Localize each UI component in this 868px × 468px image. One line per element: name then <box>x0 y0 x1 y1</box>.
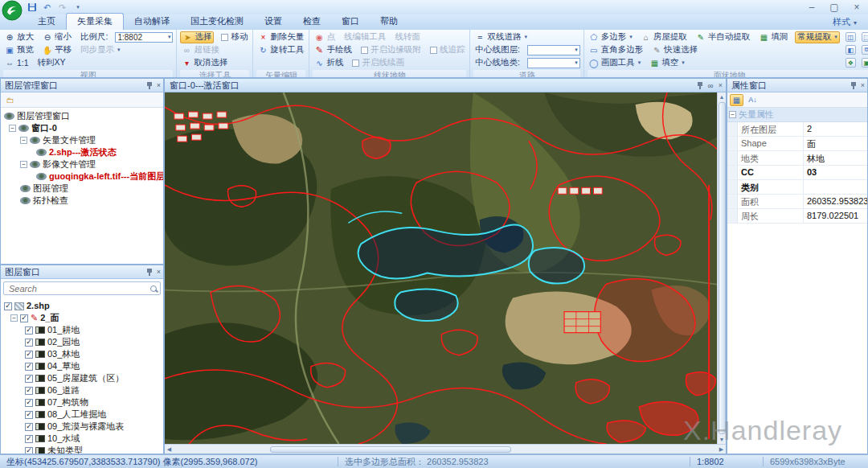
categorized-view-button[interactable]: ▦ <box>730 94 743 106</box>
layer-shp-row[interactable]: ✓2.shp <box>4 300 162 312</box>
property-value[interactable]: 面 <box>804 137 867 150</box>
redo-button[interactable]: ↷ <box>56 2 68 13</box>
tree-node-vector-mgmt[interactable]: −矢量文件管理 <box>4 134 162 146</box>
open-folder-button[interactable]: 🗀 <box>3 94 17 106</box>
collapse-icon[interactable]: − <box>9 125 16 132</box>
tree-node-active-shp[interactable]: 2.shp---激活状态 <box>4 146 162 158</box>
fill-hole-button[interactable]: ▦填洞 <box>757 31 789 43</box>
fill-empty-button[interactable]: ▦填空▾ <box>648 57 686 68</box>
edge-snap-checkbox[interactable]: 开启边缘吸附 <box>359 44 423 55</box>
tree-node-window0[interactable]: −窗口-0 <box>4 122 162 134</box>
property-value[interactable]: 03 <box>804 166 867 179</box>
maximize-button[interactable]: ▢ <box>823 1 845 14</box>
search-input[interactable] <box>7 283 150 294</box>
tab-window[interactable]: 窗口 <box>331 14 370 30</box>
checkbox-checked-icon[interactable]: ✓ <box>25 423 33 431</box>
checkbox-checked-icon[interactable]: ✓ <box>25 447 33 454</box>
layer-item[interactable]: ✓未知类型 <box>4 445 162 454</box>
collapse-icon[interactable]: − <box>10 314 18 322</box>
tab-settings[interactable]: 设置 <box>254 14 293 30</box>
collapse-icon[interactable]: − <box>20 137 27 144</box>
checkbox-checked-icon[interactable]: ✓ <box>25 399 33 407</box>
tree-node-topology[interactable]: 拓扑检查 <box>4 195 162 207</box>
pan-button[interactable]: ✋平移 <box>41 44 73 55</box>
cancel-select-button[interactable]: ▾取消选择 <box>180 57 229 68</box>
layer-item[interactable]: ✓08_人工堆掘地 <box>4 408 162 421</box>
property-section-header[interactable]: − 矢量属性 <box>727 108 867 122</box>
map-canvas[interactable] <box>165 92 717 444</box>
move-checkbox[interactable]: 移动 <box>219 31 249 43</box>
tab-home[interactable]: 主页 <box>27 14 66 30</box>
close-icon[interactable]: × <box>719 81 723 89</box>
node-edit-icon[interactable]: ❖ <box>845 58 856 68</box>
checkbox-checked-icon[interactable]: ✓ <box>25 351 33 359</box>
line-to-polygon-button[interactable]: 线转面 <box>393 31 422 43</box>
checkbox-checked-icon[interactable]: ✓ <box>25 326 33 335</box>
tab-check[interactable]: 检查 <box>293 14 331 30</box>
hyperlink-button[interactable]: ∞超链接 <box>180 44 221 55</box>
layer-item[interactable]: ✓06_道路 <box>4 384 162 396</box>
checkbox-checked-icon[interactable]: ✓ <box>4 302 12 310</box>
horizontal-scrollbar[interactable]: ◀ ▶ <box>165 444 726 454</box>
centerline-class-combo[interactable]: ▾ <box>527 58 580 68</box>
close-icon[interactable]: × <box>861 81 865 89</box>
property-row[interactable]: Shape面 <box>727 137 867 151</box>
tree-node-image-mgmt[interactable]: −影像文件管理 <box>4 158 162 170</box>
polyline-button[interactable]: ∿折线 <box>313 57 345 68</box>
tree-node-current-tif[interactable]: guoqingka-left.tif---当前图层 <box>4 170 162 183</box>
scroll-down-icon[interactable]: ▼ <box>718 435 727 444</box>
property-row[interactable]: CC03 <box>727 166 867 180</box>
freehand-line-button[interactable]: ✎手绘线 <box>313 44 354 55</box>
line-edit-tools-button[interactable]: 线编辑工具 <box>342 31 388 43</box>
rect-polygon-button[interactable]: ▭直角多边形 <box>588 44 645 55</box>
qat-dropdown-button[interactable]: ▾ <box>72 2 84 13</box>
union-icon[interactable]: ⧉ <box>862 45 868 55</box>
tree-node-root[interactable]: 图层管理窗口 <box>4 110 162 122</box>
save-button[interactable] <box>26 2 38 13</box>
layer-item[interactable]: ✓09_荒漠与裸露地表 <box>4 421 162 433</box>
pin-icon[interactable] <box>146 82 153 89</box>
centerline-layer-combo[interactable]: ▾ <box>527 45 580 55</box>
house-extract-button[interactable]: ⌂房屋提取 <box>640 31 689 43</box>
close-icon[interactable]: × <box>157 81 161 89</box>
raster-select-icon[interactable]: ▣ <box>862 58 868 68</box>
tab-vector-collection[interactable]: 矢量采集 <box>66 13 124 30</box>
tab-auto-interpret[interactable]: 自动解译 <box>124 14 180 30</box>
delete-vector-button[interactable]: ×删除矢量 <box>256 31 305 43</box>
minimize-button[interactable]: – <box>800 1 823 14</box>
style-menu-button[interactable]: 样式 ▾ <box>829 14 860 30</box>
layer-item[interactable]: ✓07_构筑物 <box>4 396 162 408</box>
circle-tool-button[interactable]: ◯画圆工具▾ <box>588 57 643 68</box>
point-button[interactable]: ◉点 <box>313 31 337 43</box>
double-line-road-button[interactable]: ＝双线道路▾ <box>473 31 529 43</box>
vertical-scrollbar[interactable]: ▲ ▼ <box>717 92 726 444</box>
quick-select-button[interactable]: ✎快速选择 <box>650 44 699 55</box>
preview-button[interactable]: ▣预览 <box>3 44 35 55</box>
checkbox-checked-icon[interactable]: ✓ <box>25 375 33 383</box>
layer-group-row[interactable]: −✓✎2_面 <box>4 312 162 324</box>
checkbox-checked-icon[interactable]: ✓ <box>25 387 33 395</box>
layer-item[interactable]: ✓04_草地 <box>4 360 162 372</box>
pin-icon[interactable] <box>697 82 703 89</box>
layer-item[interactable]: ✓01_耕地 <box>4 324 162 336</box>
layer-item[interactable]: ✓03_林地 <box>4 348 162 360</box>
tab-help[interactable]: 帮助 <box>370 14 408 30</box>
property-row[interactable]: 所在图层2 <box>727 122 867 137</box>
layer-item[interactable]: ✓02_园地 <box>4 336 162 348</box>
line-continue-checkbox[interactable]: 开启线续画 <box>350 57 406 68</box>
tab-land-change-detect[interactable]: 国土变化检测 <box>180 14 254 30</box>
semi-auto-extract-button[interactable]: ✎半自动提取 <box>694 31 752 43</box>
checkbox-checked-icon[interactable]: ✓ <box>25 411 33 419</box>
rotate-tool-button[interactable]: ↻旋转工具 <box>256 44 305 55</box>
collapse-icon[interactable]: − <box>729 111 736 118</box>
sort-az-button[interactable]: A↓ <box>746 94 760 106</box>
pin-icon[interactable] <box>146 269 153 276</box>
property-row[interactable]: 类别 <box>727 180 867 195</box>
collapse-icon[interactable]: − <box>20 161 27 168</box>
scroll-left-icon[interactable]: ◀ <box>165 445 174 454</box>
property-value[interactable]: 260352.953823 <box>804 195 867 208</box>
close-icon[interactable]: × <box>157 268 161 276</box>
normal-extract-button[interactable]: 常规提取▾ <box>795 31 840 43</box>
horizontal-scroll-thumb[interactable] <box>270 446 511 453</box>
line-trace-checkbox[interactable]: 线追踪 <box>428 44 467 55</box>
